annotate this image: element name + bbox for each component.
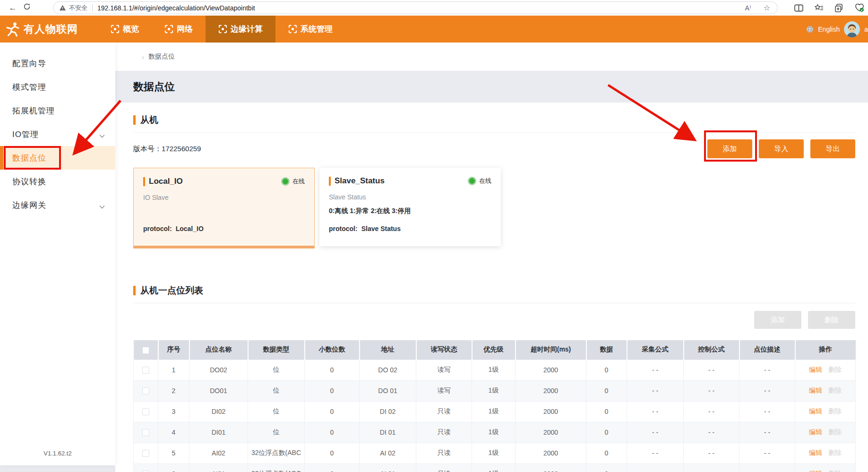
- site-security[interactable]: 不安全: [59, 4, 87, 12]
- avatar[interactable]: [844, 21, 860, 37]
- sidebar-item-4[interactable]: 数据点位: [0, 146, 115, 170]
- row-checkbox[interactable]: [142, 450, 149, 457]
- chevron-right-icon: ›: [142, 53, 144, 61]
- table-cell: 4: [158, 422, 189, 443]
- sidebar-item-0[interactable]: 配置向导: [0, 51, 115, 75]
- table-cell: DO01: [189, 380, 248, 401]
- language-switch[interactable]: English: [818, 26, 840, 33]
- table-cell: 读写: [416, 360, 472, 380]
- table-cell: 32位浮点数(ABC: [248, 463, 305, 472]
- table-cell: 0: [305, 360, 360, 380]
- table-cell: AI 01: [360, 463, 416, 472]
- table-row-0: 1DO02位0DO 02读写1级20000- -- -- -编辑删除: [134, 360, 856, 380]
- browser-refresh-icon[interactable]: [20, 3, 34, 13]
- table-cell: - -: [684, 401, 739, 422]
- table-cell: 位: [248, 401, 305, 422]
- row-checkbox[interactable]: [142, 387, 149, 395]
- chevron-down-icon: [99, 131, 105, 140]
- online-dot-icon: [468, 177, 476, 185]
- sidebar-item-1[interactable]: 模式管理: [0, 75, 115, 99]
- select-cell: [134, 401, 158, 422]
- delete-link[interactable]: 删除: [828, 470, 842, 472]
- slave-add-button[interactable]: 添加: [707, 139, 752, 158]
- column-header-0: 序号: [158, 340, 189, 360]
- table-cell: - -: [739, 401, 795, 422]
- point-delete-button-disabled[interactable]: 删除: [808, 311, 855, 329]
- select-cell: [134, 380, 158, 401]
- slave-card-slave-status[interactable]: Slave_Status 在线 Slave Status 0:离线 1:异常 2…: [319, 168, 501, 246]
- table-cell: 只读: [416, 463, 472, 472]
- table-cell: 0: [305, 380, 360, 401]
- points-section-header: 从机一点位列表: [133, 284, 855, 303]
- page-title-band: 数据点位: [115, 71, 868, 103]
- table-cell: 只读: [416, 443, 472, 463]
- sidebar-item-2[interactable]: 拓展机管理: [0, 99, 115, 122]
- address-bar[interactable]: 不安全 192.168.1.1/#/origin/edgecalculation…: [53, 1, 778, 14]
- table-cell: 位: [248, 360, 305, 380]
- split-screen-icon[interactable]: [794, 3, 803, 13]
- delete-link[interactable]: 删除: [828, 386, 842, 394]
- sidebar-item-3[interactable]: IO管理: [0, 122, 115, 146]
- row-checkbox[interactable]: [142, 429, 149, 436]
- edit-link[interactable]: 编辑: [809, 386, 822, 394]
- table-cell: - -: [739, 443, 795, 463]
- delete-link[interactable]: 删除: [828, 428, 842, 436]
- browser-essentials-icon[interactable]: [855, 3, 864, 13]
- row-checkbox[interactable]: [142, 367, 149, 374]
- username[interactable]: a: [864, 26, 868, 33]
- edit-link[interactable]: 编辑: [809, 470, 822, 472]
- table-cell: - -: [684, 422, 739, 443]
- delete-link[interactable]: 删除: [828, 366, 842, 373]
- table-cell: 2000: [516, 401, 586, 422]
- row-checkbox[interactable]: [142, 408, 149, 415]
- table-cell: 2000: [516, 463, 586, 472]
- url-text[interactable]: 192.168.1.1/#/origin/edgecalculation/Vie…: [97, 4, 743, 12]
- table-cell: 5: [158, 443, 189, 463]
- breadcrumb-item[interactable]: 数据点位: [148, 52, 175, 61]
- brand-logo-icon: [5, 21, 21, 37]
- slave-subtitle: Slave Status: [329, 193, 491, 201]
- sidebar-item-5[interactable]: 协议转换: [0, 170, 115, 193]
- nav-tab-3[interactable]: 系统管理: [275, 16, 345, 43]
- scan-icon: [111, 25, 120, 34]
- column-header-10: 控制公式: [684, 340, 739, 360]
- select-cell: [134, 443, 158, 463]
- point-add-button-disabled[interactable]: 添加: [754, 311, 801, 329]
- browser-back-icon[interactable]: ←: [6, 3, 20, 13]
- delete-link[interactable]: 删除: [828, 407, 842, 415]
- select-all-checkbox[interactable]: [142, 347, 149, 354]
- slave-name: Local_IO: [149, 177, 183, 186]
- nav-tab-2[interactable]: 边缘计算: [206, 16, 275, 43]
- table-cell: 0: [586, 401, 627, 422]
- slave-name: Slave_Status: [335, 176, 385, 186]
- sidebar-item-6[interactable]: 边缘网关: [0, 193, 115, 217]
- divider: [92, 4, 93, 11]
- section-bar: [133, 115, 136, 125]
- firmware-version: V1.1.62.t2: [0, 450, 115, 457]
- edit-link[interactable]: 编辑: [809, 366, 822, 373]
- table-row-4: 5AI0232位浮点数(ABC0AI 02只读1级20000- -- -- -编…: [134, 443, 856, 463]
- delete-link[interactable]: 删除: [828, 449, 842, 456]
- slave-card-local-io[interactable]: Local_IO 在线 IO Slave protocol:Local_IO: [133, 168, 315, 249]
- edit-link[interactable]: 编辑: [809, 428, 822, 436]
- slave-import-button[interactable]: 导入: [759, 139, 804, 158]
- brand[interactable]: 有人物联网: [5, 21, 78, 37]
- read-aloud-icon[interactable]: A⁾: [743, 3, 753, 13]
- table-cell: 0: [586, 380, 627, 401]
- column-header-9: 采集公式: [627, 340, 684, 360]
- edit-link[interactable]: 编辑: [809, 407, 822, 415]
- nav-tab-0[interactable]: 概览: [98, 16, 152, 43]
- table-row-5: 6AI0132位浮点数(ABC0AI 01只读1级20000- -- -- -编…: [134, 463, 856, 472]
- table-cell: 1级: [472, 360, 516, 380]
- column-header-2: 数据类型: [248, 340, 305, 360]
- edit-link[interactable]: 编辑: [809, 449, 822, 456]
- table-cell: 1级: [472, 443, 516, 463]
- scan-icon: [288, 25, 297, 34]
- favorite-star-icon[interactable]: ☆: [762, 3, 772, 13]
- collections-add-icon[interactable]: [834, 3, 844, 13]
- actions-cell: 编辑删除: [795, 443, 856, 463]
- favorites-bar-icon[interactable]: [814, 3, 824, 13]
- nav-tab-1[interactable]: 网络: [152, 16, 206, 43]
- slave-export-button[interactable]: 导出: [810, 139, 855, 158]
- table-cell: - -: [627, 463, 684, 472]
